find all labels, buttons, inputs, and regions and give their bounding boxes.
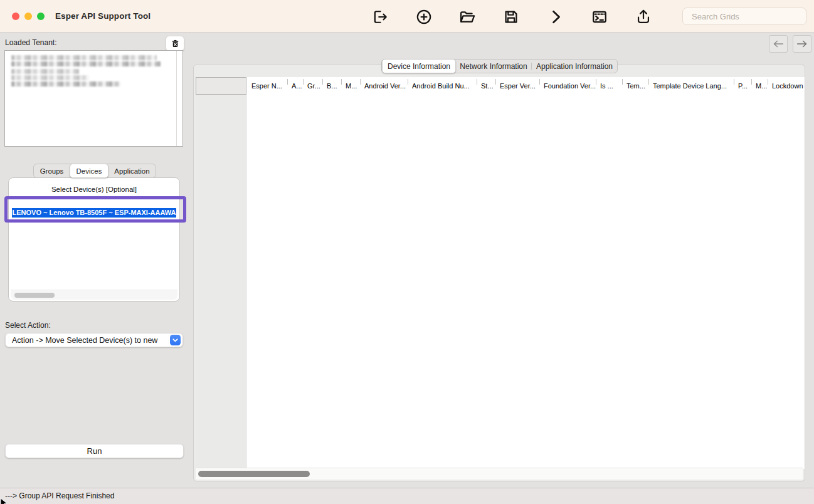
action-dropdown-value: Action -> Move Selected Device(s) to new — [6, 336, 170, 345]
dropdown-chip — [170, 335, 181, 345]
minimize-window-button[interactable] — [24, 13, 32, 20]
column-header[interactable]: Lockdown ... — [768, 77, 805, 95]
column-header[interactable]: Gr... — [303, 77, 322, 95]
open-file-button[interactable] — [458, 8, 477, 26]
tab-network-information[interactable]: Network Information — [456, 60, 531, 73]
grid-header-row: Esper N... A... Gr... B... M... Android … — [247, 77, 805, 95]
tab-groups[interactable]: Groups — [34, 164, 70, 177]
device-list-panel: Select Device(s) [Optional] LENOVO ~ Len… — [8, 177, 180, 302]
column-header[interactable]: Android Ver... — [360, 77, 408, 95]
action-dropdown[interactable]: Action -> Move Selected Device(s) to new — [5, 333, 183, 347]
trash-delete-icon — [171, 39, 180, 48]
run-arrow-icon — [547, 8, 564, 26]
column-header[interactable]: B... — [322, 77, 341, 95]
exit-tenant-icon — [371, 8, 389, 26]
tenant-redacted-line — [11, 75, 89, 80]
tenant-redacted-line — [11, 61, 161, 66]
add-icon — [415, 8, 433, 26]
tab-application-information[interactable]: Application Information — [532, 60, 617, 73]
tab-devices[interactable]: Devices — [70, 164, 108, 178]
device-grid-panel: Esper N... A... Gr... B... M... Android … — [193, 65, 805, 481]
tenant-redacted-line — [11, 55, 157, 60]
upload-icon — [635, 8, 652, 26]
chevron-down-icon — [172, 337, 179, 344]
device-list-hscrollbar[interactable] — [11, 290, 177, 300]
save-icon — [502, 8, 520, 26]
column-header[interactable]: M... — [751, 77, 768, 95]
column-header[interactable]: Is ... — [596, 77, 622, 95]
tenant-redacted-line — [11, 81, 120, 87]
tenant-redacted-line — [11, 69, 79, 74]
close-window-button[interactable] — [12, 13, 19, 20]
clear-tenant-button[interactable] — [166, 36, 184, 51]
tenant-scrollbar[interactable] — [176, 51, 177, 146]
column-header[interactable]: Template Device Lang... — [648, 77, 734, 95]
tenant-info-box[interactable] — [4, 50, 183, 147]
grid-hscroll-thumb[interactable] — [198, 471, 310, 477]
upload-button[interactable] — [634, 8, 653, 26]
column-header[interactable]: Esper N... — [247, 77, 287, 95]
grid-tab-strip: Device Information Network Information A… — [381, 59, 618, 73]
column-header[interactable]: St... — [477, 77, 495, 95]
save-button[interactable] — [502, 8, 521, 26]
zoom-window-button[interactable] — [37, 13, 45, 20]
device-list-hscroll-thumb[interactable] — [14, 293, 55, 298]
loaded-tenant-label: Loaded Tenant: — [5, 38, 57, 47]
column-header[interactable]: Android Build Nu... — [408, 77, 477, 95]
sidebar-tab-strip: Groups Devices Application — [33, 164, 156, 178]
arrow-right-icon — [796, 39, 808, 48]
tab-application[interactable]: Application — [108, 164, 156, 177]
column-header[interactable]: A... — [287, 77, 303, 95]
console-button[interactable] — [590, 8, 609, 26]
title-bar: Esper API Support Tool — [0, 0, 814, 33]
column-header[interactable]: Foundation Ver... — [539, 77, 596, 95]
nav-back-button[interactable] — [769, 35, 788, 53]
grid-search-field[interactable] — [682, 8, 806, 25]
open-file-icon — [458, 8, 476, 26]
grid-corner-cell[interactable] — [196, 77, 246, 95]
console-icon — [591, 8, 608, 26]
grid-hscrollbar[interactable] — [196, 468, 803, 480]
tab-device-information[interactable]: Device Information — [382, 59, 456, 73]
exit-tenant-button[interactable] — [371, 8, 389, 26]
status-text: ---> Group API Request Finished — [5, 491, 114, 500]
column-header[interactable]: Tem... — [622, 77, 648, 95]
nav-forward-button[interactable] — [793, 35, 811, 53]
status-bar: ---> Group API Request Finished — [0, 488, 814, 504]
grid-row-header-column — [196, 95, 246, 469]
device-list-item[interactable]: LENOVO ~ Lenovo TB-8505F ~ ESP-MAXI-AAAW… — [12, 208, 176, 218]
search-input[interactable] — [692, 12, 802, 21]
mouse-cursor — [0, 498, 9, 504]
column-header[interactable]: Esper Ver... — [495, 77, 539, 95]
select-action-label: Select Action: — [5, 321, 51, 330]
app-title: Esper API Support Tool — [55, 0, 151, 33]
run-button[interactable]: Run — [5, 444, 184, 458]
grid-body[interactable] — [246, 77, 805, 469]
column-header[interactable]: P... — [734, 77, 751, 95]
run-arrow-button[interactable] — [546, 8, 565, 26]
add-button[interactable] — [415, 8, 433, 26]
arrow-left-icon — [773, 39, 784, 48]
device-list-header: Select Device(s) [Optional] — [11, 186, 177, 197]
column-header[interactable]: M... — [341, 77, 360, 95]
